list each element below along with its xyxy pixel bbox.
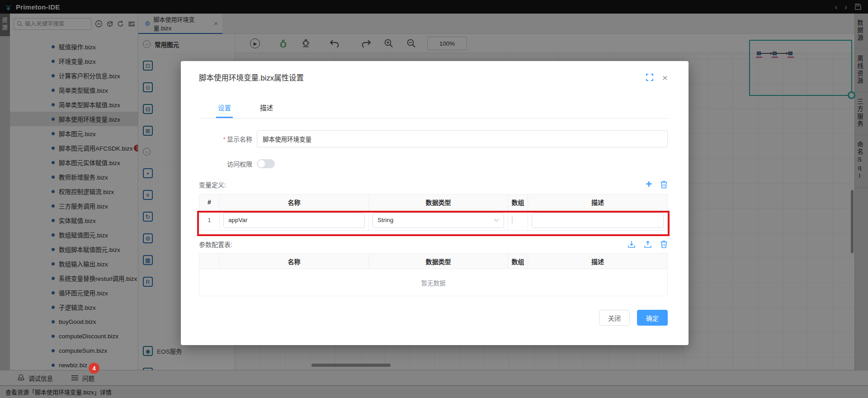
required-mark: *	[223, 136, 226, 143]
delete-param-icon[interactable]	[660, 240, 668, 248]
delete-variable-icon[interactable]	[660, 180, 668, 189]
properties-dialog: 脚本使用环境变量.bizx属性设置 × 设置 描述 *显示名称 访问权限	[181, 61, 689, 345]
col-description: 描述	[528, 194, 668, 210]
display-name-input[interactable]	[257, 130, 668, 147]
import-icon[interactable]	[627, 240, 636, 248]
array-checkbox[interactable]	[512, 216, 513, 224]
variable-description-input[interactable]	[532, 213, 664, 228]
access-permission-label: 访问权限	[199, 159, 252, 168]
col-index: #	[199, 194, 220, 210]
variable-name-input[interactable]	[223, 213, 365, 228]
export-icon[interactable]	[644, 240, 652, 248]
dialog-tab[interactable]: 描述	[258, 99, 275, 118]
variable-table: # 名称 数据类型 数组 描述 1 String	[199, 194, 668, 231]
add-variable-icon[interactable]: +	[646, 179, 652, 190]
col-name: 名称	[220, 254, 369, 269]
display-name-label: *显示名称	[199, 134, 252, 143]
close-button[interactable]: 关闭	[599, 310, 630, 326]
dialog-tabs: 设置 描述	[199, 99, 668, 118]
col-description: 描述	[528, 254, 668, 269]
access-permission-toggle[interactable]	[257, 159, 275, 168]
dialog-tab[interactable]: 设置	[216, 99, 233, 118]
col-array: 数组	[508, 194, 528, 210]
empty-state-text: 暂无数据	[199, 269, 668, 296]
datatype-select[interactable]: String	[373, 213, 504, 228]
datatype-value: String	[377, 217, 393, 223]
col-index	[199, 254, 220, 269]
variable-definition-label: 变量定义:	[199, 180, 226, 189]
primeton-ide-window: Primeton-IDE ‹ › 资源 AI	[0, 0, 868, 398]
col-name: 名称	[220, 194, 369, 210]
param-table: 名称 数据类型 数组 描述 暂无数据	[199, 253, 668, 296]
close-icon[interactable]: ×	[662, 73, 668, 82]
chevron-down-icon	[494, 218, 499, 222]
fullscreen-icon[interactable]	[646, 74, 653, 81]
col-datatype: 数据类型	[369, 194, 508, 210]
dialog-title: 脚本使用环境变量.bizx属性设置	[199, 72, 304, 83]
col-datatype: 数据类型	[369, 254, 508, 269]
problems-count-badge: 4	[89, 363, 99, 374]
confirm-button[interactable]: 确定	[637, 310, 668, 326]
param-config-label: 参数配置表:	[199, 240, 232, 249]
table-row: 1 String	[199, 210, 668, 231]
row-index: 1	[199, 210, 220, 231]
col-array: 数组	[508, 254, 528, 269]
